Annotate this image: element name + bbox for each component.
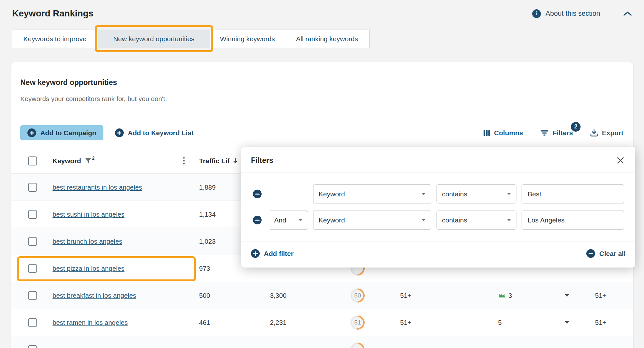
tab-keywords-to-improve[interactable]: Keywords to improve xyxy=(12,30,98,48)
filter-lines-icon xyxy=(540,130,549,136)
difficulty-value: 51 xyxy=(354,319,361,326)
keyword-link[interactable]: best breakfast in los angeles xyxy=(53,292,136,299)
traffic-lift-value: 1,134 xyxy=(199,211,216,218)
filter-field-value: Keyword xyxy=(319,216,345,224)
keyword-filter-icon[interactable]: 2 xyxy=(85,158,94,164)
filter-conjunction-select[interactable]: And xyxy=(269,211,308,230)
row-checkbox[interactable] xyxy=(28,291,37,300)
filter-operator-value: contains xyxy=(442,216,467,224)
table-row: best ramen in los angeles 461 2,231 51 5… xyxy=(11,309,633,336)
tab-label: Keywords to improve xyxy=(23,35,86,43)
row-checkbox[interactable] xyxy=(28,237,37,246)
traffic-lift-value: 1,023 xyxy=(199,238,216,245)
plus-circle-icon xyxy=(251,249,260,258)
column-menu-icon[interactable] xyxy=(183,156,185,165)
row-checkbox[interactable] xyxy=(28,264,37,273)
filters-popover: Filters Keyword contains And xyxy=(241,147,635,268)
page-title: Keyword Rankings xyxy=(12,8,93,19)
sort-descending-icon[interactable] xyxy=(233,158,238,164)
info-icon[interactable]: i xyxy=(532,9,541,18)
chevron-down-icon xyxy=(422,193,426,195)
tab-winning-keywords[interactable]: Winning keywords xyxy=(210,30,285,48)
section-description: Keywords your competitors rank for, but … xyxy=(20,95,167,103)
chevron-down-icon xyxy=(507,219,511,221)
remove-filter-icon[interactable] xyxy=(253,190,262,198)
opportunity-value: 51+ xyxy=(400,319,411,326)
traffic-lift-value: 1,889 xyxy=(199,183,216,191)
filters-button[interactable]: Filters 2 xyxy=(540,129,573,137)
add-to-keyword-list-label: Add to Keyword List xyxy=(128,129,194,137)
export-button[interactable]: Export xyxy=(590,129,623,137)
filter-condition-row: And Keyword contains xyxy=(251,211,626,230)
tab-new-keyword-opportunities[interactable]: New keyword opportunities xyxy=(98,30,210,48)
filter-value-input[interactable] xyxy=(522,184,624,203)
crown-icon xyxy=(498,293,505,298)
table-row-partial xyxy=(11,336,633,348)
difficulty-value: 50 xyxy=(354,292,361,299)
clear-all-label: Clear all xyxy=(599,250,626,258)
rank-value: 5 xyxy=(498,319,502,326)
opportunity-value: 51+ xyxy=(400,292,411,299)
select-all-checkbox[interactable] xyxy=(28,156,37,165)
chevron-down-icon xyxy=(507,193,511,195)
keyword-link[interactable]: best pizza in los angeles xyxy=(53,265,124,272)
filter-field-value: Keyword xyxy=(319,190,345,198)
plus-circle-icon xyxy=(115,128,124,137)
keyword-link[interactable]: best sushi in los angeles xyxy=(53,211,124,218)
difficulty-gauge: 51 xyxy=(351,315,365,330)
filter-field-select[interactable]: Keyword xyxy=(313,184,431,203)
traffic-lift-value: 461 xyxy=(199,319,210,326)
row-checkbox[interactable] xyxy=(28,210,37,219)
clear-all-button[interactable]: Clear all xyxy=(586,249,626,258)
chevron-down-icon xyxy=(299,219,303,221)
row-checkbox[interactable] xyxy=(28,183,37,192)
competitor-rank-value: 51+ xyxy=(595,319,606,326)
traffic-lift-column-header[interactable]: Traffic Lif xyxy=(199,157,230,165)
add-to-campaign-button[interactable]: Add to Campaign xyxy=(20,125,103,140)
tab-label: New keyword opportunities xyxy=(113,35,194,43)
section-title: New keyword opportunities xyxy=(20,78,117,87)
add-filter-button[interactable]: Add filter xyxy=(251,249,293,258)
difficulty-gauge: 50 xyxy=(351,288,365,303)
filter-conjunction-value: And xyxy=(274,216,286,224)
filter-field-select[interactable]: Keyword xyxy=(313,211,431,230)
export-label: Export xyxy=(602,129,623,137)
filter-operator-value: contains xyxy=(442,190,467,198)
close-button[interactable] xyxy=(615,155,626,165)
filter-condition-row: Keyword contains xyxy=(251,184,626,203)
keyword-link[interactable]: best brunch los angeles xyxy=(53,238,122,245)
add-to-keyword-list-button[interactable]: Add to Keyword List xyxy=(115,128,194,137)
remove-filter-icon[interactable] xyxy=(253,216,262,224)
chevron-down-icon[interactable] xyxy=(565,321,569,324)
filter-value-input[interactable] xyxy=(522,211,624,230)
chevron-down-icon xyxy=(422,219,426,221)
volume-value: 2,231 xyxy=(270,319,286,326)
row-checkbox[interactable] xyxy=(28,318,37,327)
keyword-filter-count: 2 xyxy=(92,155,95,161)
columns-button[interactable]: Columns xyxy=(483,129,523,137)
keyword-link[interactable]: best restaurants in los angeles xyxy=(53,183,142,191)
tab-all-ranking-keywords[interactable]: All ranking keywords xyxy=(285,30,370,48)
competitor-rank-value: 51+ xyxy=(595,292,606,299)
export-download-icon xyxy=(590,129,598,136)
filter-operator-select[interactable]: contains xyxy=(437,184,516,203)
chevron-up-icon[interactable] xyxy=(623,11,632,16)
difficulty-gauge xyxy=(351,343,365,348)
chevron-down-icon[interactable] xyxy=(565,294,569,297)
add-to-campaign-label: Add to Campaign xyxy=(40,129,96,137)
filters-count-badge: 2 xyxy=(571,122,581,132)
filters-label: Filters xyxy=(553,129,573,137)
keyword-link[interactable]: best ramen in los angeles xyxy=(53,319,128,326)
columns-label: Columns xyxy=(494,129,523,137)
table-toolbar: Add to Campaign Add to Keyword List Colu… xyxy=(20,125,623,140)
traffic-lift-value: 973 xyxy=(199,265,210,272)
about-this-section-link[interactable]: About this section xyxy=(545,10,600,18)
tab-label: Winning keywords xyxy=(220,35,275,43)
table-row: best breakfast in los angeles 500 3,300 … xyxy=(11,282,633,309)
row-checkbox[interactable] xyxy=(28,345,37,348)
columns-icon xyxy=(483,130,490,136)
add-filter-label: Add filter xyxy=(264,250,293,258)
keyword-column-header[interactable]: Keyword xyxy=(53,157,81,165)
tab-bar: Keywords to improve New keyword opportun… xyxy=(12,30,370,48)
filter-operator-select[interactable]: contains xyxy=(437,211,516,230)
